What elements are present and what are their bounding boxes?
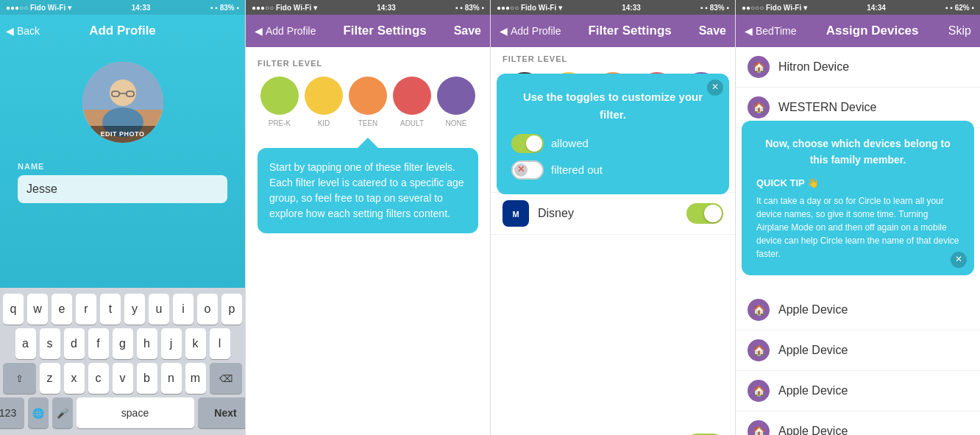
tooltip-close-button[interactable]: ✕ [951, 252, 967, 268]
key-q[interactable]: q [3, 294, 24, 325]
filter-dot-kid-2[interactable]: KID [305, 77, 343, 127]
quick-tip-label: QUICK TIP 👋 [756, 176, 959, 191]
profile-section: EDIT PHOTO [0, 47, 245, 150]
device-hitron: 🏠 Hitron Device [736, 47, 980, 88]
key-y[interactable]: y [124, 294, 145, 325]
status-bar-4: ●●○○○ Fido Wi-Fi ▾ 14:34 ▪ ▪ 62% ▪ [736, 0, 980, 15]
avatar[interactable]: EDIT PHOTO [82, 62, 163, 143]
key-f[interactable]: f [88, 328, 109, 359]
name-label: NAME [18, 162, 227, 171]
key-delete[interactable]: ⌫ [210, 363, 243, 394]
assign-devices-tooltip: Now, choose which devices belong to this… [742, 121, 974, 275]
back-button-1[interactable]: ◀ Back [6, 25, 40, 37]
back-button-4[interactable]: ◀ BedTime [745, 25, 797, 37]
key-i[interactable]: i [173, 294, 193, 325]
key-mic[interactable]: 🎤 [52, 397, 73, 428]
toggle-legend: allowed ✕ filtered out [511, 134, 714, 180]
key-x[interactable]: x [64, 363, 85, 394]
key-u[interactable]: u [149, 294, 169, 325]
dot-kid-2[interactable] [305, 77, 343, 115]
time-1: 14:33 [132, 4, 151, 12]
platform-disney: M Disney [491, 193, 735, 235]
filter-dot-none-2[interactable]: NONE [437, 77, 475, 127]
key-j[interactable]: j [161, 328, 182, 359]
legend-toggle-on [511, 134, 544, 153]
dot-prek-2[interactable] [260, 77, 299, 115]
device-list-container: 🏠 Hitron Device 🏠 WESTERN Device Now, ch… [736, 47, 980, 435]
key-emoji[interactable]: 🌐 [28, 397, 49, 428]
key-k[interactable]: k [185, 328, 206, 359]
dot-none-label-2: NONE [446, 119, 467, 127]
name-input[interactable] [18, 175, 227, 203]
filter-dots-2: PRE-K KID TEEN ADULT NONE [258, 77, 478, 127]
key-m[interactable]: m [185, 363, 206, 394]
legend-filtered-label: filtered out [551, 161, 603, 179]
key-b[interactable]: b [137, 363, 157, 394]
key-p[interactable]: p [221, 294, 242, 325]
key-l[interactable]: l [210, 328, 230, 359]
battery-2: ▪ ▪ 83% ▪ [455, 4, 484, 12]
carrier-3: ●●●○○ Fido Wi-Fi ▾ [497, 4, 562, 12]
filter-dot-adult-2[interactable]: ADULT [393, 77, 431, 127]
battery-3: ▪ ▪ 83% ▪ [700, 4, 729, 12]
nav-bar-4: ◀ BedTime Assign Devices Skip [736, 15, 980, 47]
key-space[interactable]: space [77, 397, 194, 428]
device-name-apple-2: Apple Device [778, 344, 968, 357]
key-n[interactable]: n [161, 363, 182, 394]
save-button-3[interactable]: Save [699, 24, 726, 38]
device-home-icon-hitron: 🏠 [748, 56, 770, 78]
key-numbers[interactable]: 123 [0, 397, 24, 428]
filter-level-section-2: FILTER LEVEL PRE-K KID TEEN ADULT NONE [246, 47, 490, 138]
key-g[interactable]: g [113, 328, 133, 359]
back-button-2[interactable]: ◀ Add Profile [255, 25, 316, 37]
key-e[interactable]: e [52, 294, 72, 325]
device-name-western: WESTERN Device [778, 101, 968, 114]
dot-teen-2[interactable] [349, 77, 387, 115]
overlay-close-button[interactable]: ✕ [707, 79, 723, 96]
back-button-3[interactable]: ◀ Add Profile [500, 25, 561, 37]
key-w[interactable]: w [27, 294, 48, 325]
legend-filtered-row: ✕ filtered out [511, 160, 714, 180]
platform-kids: i Kids [491, 426, 735, 435]
key-o[interactable]: o [197, 294, 218, 325]
key-s[interactable]: s [40, 328, 60, 359]
edit-photo-label[interactable]: EDIT PHOTO [82, 126, 163, 143]
filter-dot-teen-2[interactable]: TEEN [349, 77, 387, 127]
device-name-apple-3: Apple Device [778, 384, 968, 397]
keyboard-row-4: 123 🌐 🎤 space Next [3, 397, 242, 428]
key-r[interactable]: r [76, 294, 96, 325]
key-v[interactable]: v [113, 363, 133, 394]
key-t[interactable]: t [100, 294, 121, 325]
key-d[interactable]: d [64, 328, 85, 359]
device-home-icon-apple-1: 🏠 [748, 299, 770, 321]
filter-dot-prek-2[interactable]: PRE-K [260, 77, 299, 127]
key-a[interactable]: a [15, 328, 36, 359]
page-title-4: Assign Devices [826, 24, 919, 38]
back-chevron-2: ◀ [255, 25, 263, 37]
disney-label: Disney [538, 207, 686, 220]
name-section: NAME [0, 150, 245, 203]
legend-allowed-label: allowed [551, 135, 589, 152]
carrier-2: ●●●○○ Fido Wi-Fi ▾ [252, 4, 317, 12]
disney-toggle[interactable] [686, 203, 723, 224]
tooltip-body: It can take a day or so for Circle to le… [756, 194, 959, 261]
save-button-2[interactable]: Save [454, 24, 481, 38]
key-z[interactable]: z [40, 363, 60, 394]
nav-bar-2: ◀ Add Profile Filter Settings Save [246, 15, 490, 47]
key-shift[interactable]: ⇧ [3, 363, 36, 394]
dot-none-2[interactable] [437, 77, 475, 115]
legend-toggle-off: ✕ [511, 160, 544, 180]
keyboard-row-3: ⇧ z x c v b n m ⌫ [3, 363, 242, 394]
key-c[interactable]: c [88, 363, 109, 394]
key-h[interactable]: h [137, 328, 157, 359]
time-3: 14:33 [622, 4, 641, 12]
filter-tooltip-2: Start by tapping one of these filter lev… [258, 148, 478, 233]
dot-adult-2[interactable] [393, 77, 431, 115]
device-home-icon-apple-3: 🏠 [748, 380, 770, 402]
key-next[interactable]: Next [198, 397, 246, 428]
device-name-apple-4: Apple Device [778, 425, 968, 435]
skip-button[interactable]: Skip [948, 24, 971, 38]
carrier-1: ●●●○○ Fido Wi-Fi ▾ [6, 4, 71, 12]
keyboard-row-2: a s d f g h j k l [3, 328, 242, 359]
device-home-icon-apple-4: 🏠 [748, 420, 770, 435]
